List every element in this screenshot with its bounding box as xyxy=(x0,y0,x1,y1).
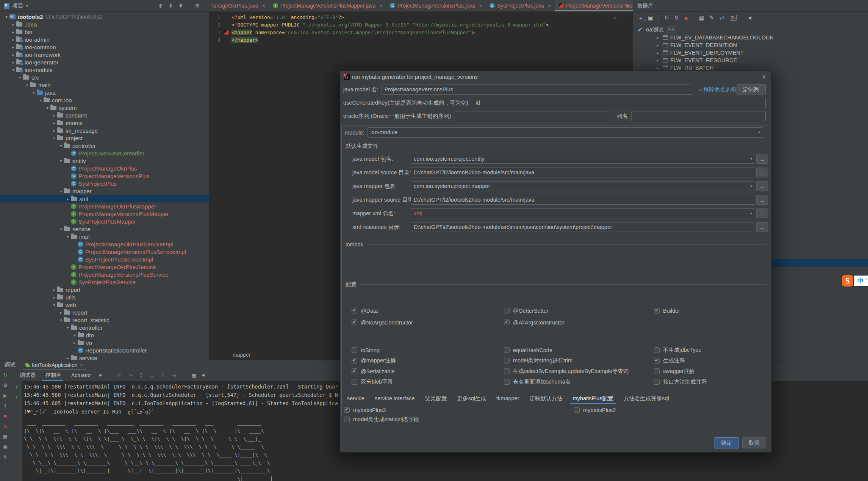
browse-button[interactable]: ... xyxy=(756,154,768,164)
tree-chevron-icon[interactable]: ▸ xyxy=(11,60,16,64)
filter-icon[interactable]: ▼ xyxy=(748,15,753,21)
hamburger-menu-icon[interactable]: ≡ xyxy=(99,372,102,378)
tree-item[interactable]: ▾ impl xyxy=(0,233,209,240)
checkbox-icon[interactable] xyxy=(654,379,660,385)
tree-chevron-icon[interactable]: ▸ xyxy=(11,22,16,27)
checkbox-option[interactable]: @Data xyxy=(352,308,504,313)
tree-item[interactable]: ProjectManageOkrPlusServiceImpl xyxy=(0,240,209,248)
tree-item[interactable]: ▸ bin xyxy=(0,28,209,36)
resume-icon[interactable]: ▶ xyxy=(3,393,7,398)
tree-chevron-icon[interactable]: ▸ xyxy=(655,51,660,55)
tree-item[interactable]: ProjectManageVersionsPlusMapper xyxy=(0,210,209,218)
column-name-input[interactable] xyxy=(631,111,766,121)
code-area[interactable]: 1<?xml version="1.0" encoding="UTF-8"?>2… xyxy=(209,14,633,44)
editor-tab[interactable]: lanageOkrPlus.java ✕ xyxy=(209,0,269,11)
tree-chevron-icon[interactable]: ▾ xyxy=(24,83,30,87)
tree-chevron-icon[interactable]: ▾ xyxy=(58,189,64,193)
tree-chevron-icon[interactable]: ▸ xyxy=(11,30,16,34)
chevron-down-icon[interactable]: ▾ xyxy=(26,4,28,8)
checkbox-option[interactable]: toString xyxy=(352,347,504,353)
checkbox-icon[interactable] xyxy=(654,368,660,374)
tree-item[interactable]: ▾ project xyxy=(0,134,209,142)
close-icon[interactable]: ✕ xyxy=(379,3,383,8)
tree-item[interactable]: SysProjectPlus xyxy=(0,180,209,187)
locate-icon[interactable]: ⊕ xyxy=(158,3,163,9)
module-select[interactable]: ioo-module ▾ xyxy=(368,127,763,138)
checkbox-option[interactable]: model类对string进行trim xyxy=(504,358,654,363)
tree-item[interactable]: ProjectManageOkrPlusMapper xyxy=(0,202,209,210)
checkbox-icon[interactable] xyxy=(352,379,357,385)
tree-item[interactable]: ▸ enums xyxy=(0,119,209,127)
table-row[interactable]: ▸ FLW_EVENT_DEPLOYMENT xyxy=(633,49,868,56)
browse-button[interactable]: ... xyxy=(756,181,768,191)
stop-icon[interactable]: ■ xyxy=(4,413,7,419)
checkbox-icon[interactable] xyxy=(504,379,510,385)
tree-chevron-icon[interactable]: ▸ xyxy=(655,43,660,47)
tree-item[interactable]: ▾ controller xyxy=(0,324,209,331)
database-panel-title[interactable]: 数据库 xyxy=(637,0,653,11)
generator-tab[interactable]: service xyxy=(347,393,364,404)
ok-button[interactable]: 确定 xyxy=(715,437,738,448)
checkbox-icon[interactable] xyxy=(344,407,350,413)
tree-item[interactable]: SysProjectPlusMapper xyxy=(0,218,209,225)
tree-chevron-icon[interactable]: ▸ xyxy=(11,38,16,42)
checkbox-icon[interactable] xyxy=(352,368,357,374)
checkbox-icon[interactable] xyxy=(504,358,510,363)
checkbox-option[interactable]: @Serializable xyxy=(352,368,504,374)
checkbox-icon[interactable] xyxy=(352,347,357,353)
tree-chevron-icon[interactable]: ▸ xyxy=(72,341,77,345)
tree-item[interactable]: ▸ dto xyxy=(0,331,209,339)
chevron-down-icon[interactable]: ▾ xyxy=(750,182,752,191)
rerun-icon[interactable]: ↻ xyxy=(3,372,8,378)
tree-item[interactable]: ▸ constant xyxy=(0,111,209,119)
tree-chevron-icon[interactable]: ▸ xyxy=(65,197,70,201)
close-icon[interactable]: ✕ xyxy=(548,3,551,8)
checkbox-icon[interactable] xyxy=(352,308,357,313)
tree-item[interactable]: ▾ com.ioo xyxy=(0,96,209,104)
checkbox-icon[interactable] xyxy=(504,308,510,313)
editor-tab[interactable]: ProjectManageVersionsPlusMapper.java ✕ xyxy=(269,0,387,11)
tree-item[interactable]: ▸ report xyxy=(0,286,209,293)
stop-icon[interactable]: ■ xyxy=(684,15,688,21)
evaluate-icon[interactable]: ↯ xyxy=(3,454,8,460)
tree-item[interactable]: ▾ service xyxy=(0,225,209,233)
checkbox-option[interactable]: 表名里面添加schema名 xyxy=(504,379,654,385)
field-input[interactable]: D:/chatGPT/i2/iootools2/ioo-module/src/m… xyxy=(411,195,755,205)
checkbox-option[interactable]: swagger注解 xyxy=(654,368,762,374)
tree-chevron-icon[interactable]: ▸ xyxy=(58,310,64,315)
tree-chevron-icon[interactable]: ▾ xyxy=(58,227,64,231)
tree-item[interactable]: ProjectManageVersionsPlus xyxy=(0,172,209,180)
checkbox-icon[interactable] xyxy=(574,407,580,413)
checkbox-icon[interactable] xyxy=(352,358,357,363)
browse-button[interactable]: ... xyxy=(756,208,768,218)
tree-chevron-icon[interactable]: ▸ xyxy=(52,128,57,133)
tree-item[interactable]: ▸ ioo-admin xyxy=(0,36,209,43)
tree-item[interactable]: ▾ web xyxy=(0,301,209,309)
refresh-icon[interactable]: ↻ xyxy=(664,14,669,21)
tree-item[interactable]: ▾ java xyxy=(0,89,209,96)
view-breakpoints-icon[interactable]: ▦ xyxy=(3,434,8,439)
tree-chevron-icon[interactable]: ▾ xyxy=(65,235,70,239)
checkbox-option[interactable]: 区分blob字段 xyxy=(352,379,504,385)
tree-chevron-icon[interactable]: ▾ xyxy=(58,144,64,148)
tree-item[interactable]: ▸ im_message xyxy=(0,127,209,134)
tree-item[interactable]: ▸ ioo-framework xyxy=(0,51,209,58)
tree-item[interactable]: ▾ mapper xyxy=(0,187,209,195)
checkbox-icon[interactable] xyxy=(352,320,357,325)
tree-item[interactable]: ▾ ioo-module xyxy=(0,66,209,74)
generator-tab[interactable]: tkmapper xyxy=(496,393,519,404)
close-icon[interactable]: ✕ xyxy=(762,71,766,83)
tree-chevron-icon[interactable]: ▾ xyxy=(11,68,16,72)
modify-run-config-icon[interactable]: ⚙ xyxy=(3,382,8,388)
tree-item[interactable]: ▾ iootools2 D:\chatGPT\i2\iootools2 xyxy=(0,13,209,20)
tree-item[interactable]: ▸ ioo-generator xyxy=(0,58,209,66)
checkbox-icon[interactable] xyxy=(654,358,660,363)
chevron-down-icon[interactable]: ▾ xyxy=(750,154,752,163)
tree-chevron-icon[interactable]: ▾ xyxy=(38,98,43,102)
generator-tab[interactable]: 定制默认方法 xyxy=(530,393,563,404)
checkbox-option[interactable]: mybatisPlus2 xyxy=(574,407,762,413)
tree-chevron-icon[interactable]: ▸ xyxy=(655,36,660,40)
use-generated-key-input[interactable]: id xyxy=(473,98,766,108)
chevron-down-icon[interactable]: ▾ xyxy=(750,209,752,218)
data-view-icon[interactable]: ▦ xyxy=(699,14,704,21)
